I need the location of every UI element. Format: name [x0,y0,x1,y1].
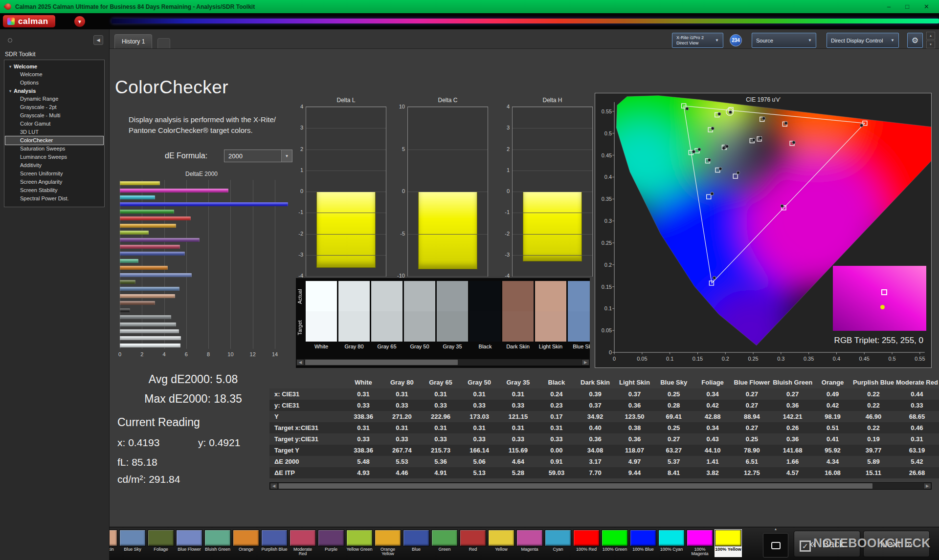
svg-text:0.4: 0.4 [833,356,840,362]
swatch-gray-65[interactable]: Gray 65 [371,281,402,350]
de-formula-select[interactable]: 2000 ▼ [224,150,292,162]
sidebar-collapse-button[interactable]: ◀ [93,35,103,45]
scroll-left-icon[interactable]: ◀ [270,483,278,489]
sidebar-item-luminance-sweeps[interactable]: Luminance Sweeps [5,153,103,161]
maximize-button[interactable]: □ [905,0,909,13]
scroll-right-icon[interactable]: ▶ [581,359,589,366]
deltae-chart [120,180,288,349]
logo-menu-button[interactable]: ▼ [74,16,85,27]
calman-logo[interactable]: calman [3,15,55,27]
table-scrollbar[interactable]: ◀ ▶ [269,482,932,490]
patch-button-magenta[interactable]: Magenta [516,530,543,557]
calman-logo-icon [7,18,15,25]
patch-button-foliage[interactable]: Foliage [148,530,174,557]
patch-button-100-magenta[interactable]: 100% Magenta [687,530,713,557]
deltae-x-axis: 02468101214 [120,351,288,358]
swatch-dark-skin[interactable]: Dark Skin [502,281,534,350]
swatch-black[interactable]: Black [470,281,501,350]
page-description: Display analysis is performed with the X… [129,114,276,136]
minimize-button[interactable]: – [887,0,891,13]
sidebar-item-saturation-sweeps[interactable]: Saturation Sweeps [5,145,103,153]
deltae-bar-moderate-red [120,245,180,249]
scroll-left-icon[interactable]: ◀ [296,359,304,366]
patch-button-100-red[interactable]: 100% Red [573,530,600,557]
patch-button-purplish-blue[interactable]: Purplish Blue [261,530,288,557]
source-dropdown[interactable]: Source ▼ [752,33,816,48]
swatch-light-skin[interactable]: Light Skin [535,281,566,350]
next-button[interactable]: Next » [863,531,930,557]
scroll-right-icon[interactable]: ▶ [923,483,931,489]
patch-button-light-skin[interactable]: Light Skin [110,530,117,557]
cie-measurement-dot [722,147,725,150]
cie-measurement-dot [860,124,863,127]
sidebar-item-screen-angularity[interactable]: Screen Angularity [5,178,103,186]
patch-button-cyan[interactable]: Cyan [545,530,571,557]
meter-dropdown[interactable]: X-Rite i1Pro 2 Direct View ▼ [672,33,723,48]
svg-text:0.2: 0.2 [604,262,612,268]
patch-button-red[interactable]: Red [460,530,486,557]
gridline [306,107,386,108]
patch-swatch [346,530,373,546]
toolbar-collapse-button[interactable]: ▲ [770,527,782,533]
patch-button-100-yellow[interactable]: 100% Yellow [715,530,741,557]
swatch-blue-sky[interactable]: Blue Sky [568,281,590,350]
sidebar-item-grayscale-2pt[interactable]: Grayscale - 2pt [5,103,103,111]
sidebar-item-color-gamut[interactable]: Color Gamut [5,120,103,128]
inset-target-marker [881,289,887,295]
gridline [513,171,592,171]
scrollbar-thumb[interactable] [305,360,458,365]
sidebar-item-grayscale-multi[interactable]: Grayscale - Multi [5,111,103,120]
col-header-white: White [344,376,382,388]
patch-button-100-green[interactable]: 100% Green [602,530,628,557]
patch-button-yellow[interactable]: Yellow [488,530,514,557]
patch-button-blue-sky[interactable]: Blue Sky [119,530,146,557]
back-button[interactable]: « Back [794,531,860,557]
sidebar-item-colorchecker[interactable]: ColorChecker [5,136,103,145]
spin-down-icon[interactable]: ▼ [926,41,935,48]
sidebar-item-dynamic-range[interactable]: Dynamic Range [5,95,103,103]
patch-button-label: Magenta [516,547,543,557]
spin-up-icon[interactable]: ▲ [926,32,935,40]
patch-button-moderate-red[interactable]: Moderate Red [290,530,316,557]
swatch-gray-50[interactable]: Gray 50 [404,281,435,350]
patch-button-orange-yellow[interactable]: Orange Yellow [375,530,401,557]
patch-button-yellow-green[interactable]: Yellow Green [346,530,373,557]
svg-text:0.55: 0.55 [602,108,612,114]
inset-measured-marker [880,305,885,309]
display-control-dropdown[interactable]: Direct Display Control ▼ [827,33,899,48]
close-button[interactable]: ✕ [924,0,929,13]
swatch-gray-35[interactable]: Gray 35 [437,281,468,350]
tree-section-analysis[interactable]: ▾Analysis [5,87,103,95]
sidebar-item-screen-stability[interactable]: Screen Stability [5,186,103,194]
sidebar-item-3d-lut[interactable]: 3D LUT [5,128,103,136]
tab-new[interactable] [157,38,170,48]
settings-gear-button[interactable]: ⚙ [907,33,923,48]
tab-history-1[interactable]: History 1 [114,34,152,48]
row-label: ΔE ITP [269,467,344,478]
scrollbar-thumb[interactable] [279,483,872,489]
patch-button-100-cyan[interactable]: 100% Cyan [658,530,685,557]
sidebar-item-additivity[interactable]: Additivity [5,161,103,170]
patch-button-green[interactable]: Green [431,530,458,557]
patch-button-100-blue[interactable]: 100% Blue [630,530,656,557]
sidebar-item-options[interactable]: Options [5,79,103,87]
sidebar: ◀ SDR Toolkit ▾WelcomeWelcomeOptions▾Ana… [0,29,110,560]
swatch-white[interactable]: White [306,281,337,350]
sidebar-item-spectral-power-dist[interactable]: Spectral Power Dist. [5,194,103,203]
patch-button-blue-flower[interactable]: Blue Flower [176,530,202,557]
patch-button-orange[interactable]: Orange [233,530,259,557]
sidebar-item-screen-uniformity[interactable]: Screen Uniformity [5,170,103,178]
patch-button-bluish-green[interactable]: Bluish Green [204,530,231,557]
patch-swatch [119,530,146,546]
sidebar-item-welcome[interactable]: Welcome [5,70,103,79]
col-header-blue-sky: Blue Sky [654,376,693,388]
swatch-gray-80[interactable]: Gray 80 [338,281,370,350]
pattern-window-button[interactable] [763,533,788,558]
patch-button-purple[interactable]: Purple [318,530,344,557]
x-tick-label: 8 [207,351,210,357]
patch-button-label: Orange Yellow [375,547,401,557]
patch-button-blue[interactable]: Blue [403,530,429,557]
swatch-scrollbar[interactable]: ◀ ▶ [296,359,590,366]
tree-section-welcome[interactable]: ▾Welcome [5,63,103,70]
patch-button-label: 100% Yellow [715,547,741,557]
